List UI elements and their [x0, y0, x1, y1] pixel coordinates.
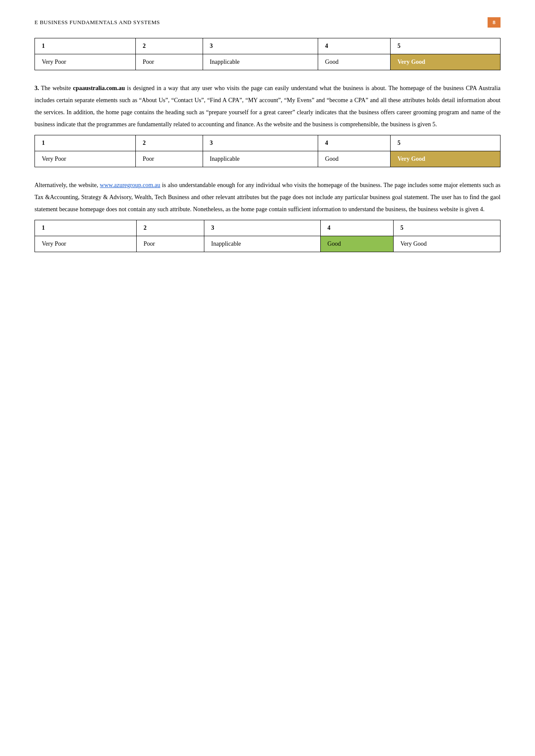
section-3-text: 3. The website cpaaustralia.com.au is de… [34, 82, 501, 131]
question-number: 3. [34, 85, 39, 91]
t3-col-header-5: 5 [393, 220, 500, 236]
section-alt-block: Alternatively, the website, www.azuregro… [34, 179, 501, 216]
t3-cell-inapplicable: Inapplicable [204, 236, 320, 252]
table2-header-row: 1 2 3 4 5 [35, 135, 501, 151]
azure-link[interactable]: www.azuregroup.com.au [100, 182, 160, 188]
section-3-intro: The website [39, 85, 73, 91]
col-header-1: 1 [35, 38, 136, 54]
cell-inapplicable: Inapplicable [203, 54, 318, 70]
col-header-3: 3 [203, 38, 318, 54]
rating-table-1: 1 2 3 4 5 Very Poor Poor Inapplicable Go… [34, 38, 501, 70]
page-number: 8 [488, 17, 501, 28]
cell-poor: Poor [135, 54, 203, 70]
cell-very-good: Very Good [390, 54, 500, 70]
t2-cell-very-poor: Very Poor [35, 151, 136, 167]
t2-col-header-5: 5 [390, 135, 500, 151]
t2-col-header-3: 3 [203, 135, 318, 151]
table3-header-row: 1 2 3 4 5 [35, 220, 501, 236]
section-3-block: 3. The website cpaaustralia.com.au is de… [34, 82, 501, 131]
t2-cell-good: Good [318, 151, 391, 167]
table-header-row: 1 2 3 4 5 [35, 38, 501, 54]
page-header: E BUSINESS FUNDAMENTALS AND SYSTEMS 8 [34, 17, 501, 28]
table-data-row: Very Poor Poor Inapplicable Good Very Go… [35, 54, 501, 70]
t3-col-header-3: 3 [204, 220, 320, 236]
cell-good: Good [318, 54, 391, 70]
section-alt-text: Alternatively, the website, www.azuregro… [34, 179, 501, 216]
cell-very-poor: Very Poor [35, 54, 136, 70]
col-header-2: 2 [135, 38, 203, 54]
t2-col-header-2: 2 [135, 135, 203, 151]
t3-cell-poor: Poor [136, 236, 204, 252]
alt-intro: Alternatively, the website, [34, 182, 100, 188]
t2-col-header-4: 4 [318, 135, 391, 151]
col-header-5: 5 [390, 38, 500, 54]
t3-col-header-2: 2 [136, 220, 204, 236]
t2-cell-inapplicable: Inapplicable [203, 151, 318, 167]
t3-cell-very-good: Very Good [393, 236, 500, 252]
t2-cell-poor: Poor [135, 151, 203, 167]
t2-col-header-1: 1 [35, 135, 136, 151]
rating-table-3: 1 2 3 4 5 Very Poor Poor Inapplicable Go… [34, 220, 501, 252]
t3-col-header-4: 4 [320, 220, 393, 236]
col-header-4: 4 [318, 38, 391, 54]
table2-data-row: Very Poor Poor Inapplicable Good Very Go… [35, 151, 501, 167]
t3-cell-good: Good [320, 236, 393, 252]
t3-col-header-1: 1 [35, 220, 137, 236]
rating-table-2: 1 2 3 4 5 Very Poor Poor Inapplicable Go… [34, 135, 501, 167]
t3-cell-very-poor: Very Poor [35, 236, 137, 252]
table3-data-row: Very Poor Poor Inapplicable Good Very Go… [35, 236, 501, 252]
t2-cell-very-good: Very Good [390, 151, 500, 167]
website-name-bold: cpaaustralia.com.au [73, 85, 125, 91]
document-title: E BUSINESS FUNDAMENTALS AND SYSTEMS [34, 19, 160, 26]
